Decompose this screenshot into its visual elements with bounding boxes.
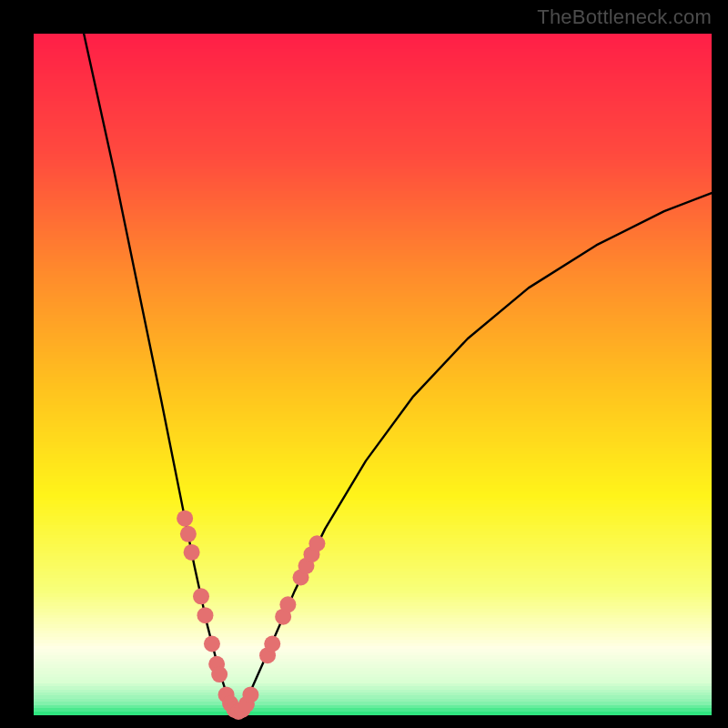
marker-dot <box>204 636 220 652</box>
marker-dot <box>211 666 228 682</box>
marker-dot <box>279 596 296 612</box>
outer-frame: TheBottleneck.com <box>0 0 728 728</box>
marker-dot <box>193 588 209 604</box>
marker-dots <box>177 511 325 720</box>
marker-dot <box>308 535 325 551</box>
marker-dot <box>264 636 280 652</box>
marker-dot <box>180 526 197 542</box>
plot-area <box>34 34 712 712</box>
gradient-strip <box>34 712 712 716</box>
curve-left_branch <box>84 34 237 712</box>
curve-layer <box>34 34 712 712</box>
watermark-text: TheBottleneck.com <box>537 5 712 29</box>
curve-right_branch <box>238 193 713 712</box>
marker-dot <box>242 686 258 703</box>
marker-dot <box>197 607 213 623</box>
marker-dot <box>184 544 200 561</box>
marker-dot <box>177 511 193 527</box>
